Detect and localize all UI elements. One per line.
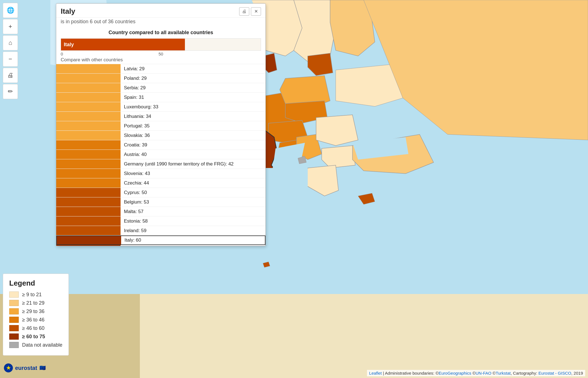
country-row[interactable]: Norway: 64 xyxy=(56,245,265,246)
country-row[interactable]: Italy: 60 xyxy=(56,235,265,245)
eurostat-star-icon: ★ xyxy=(4,363,13,372)
country-row[interactable]: Ireland: 59 xyxy=(56,226,265,235)
legend-item: Data not available xyxy=(9,342,62,348)
zoom-out-button[interactable]: − xyxy=(3,52,18,67)
country-name-label: Italy: 60 xyxy=(121,237,265,243)
edit-button[interactable]: ✏ xyxy=(3,84,18,99)
country-color-bar xyxy=(56,74,121,83)
country-color-bar xyxy=(56,226,121,235)
chart-bar-label: Italy xyxy=(64,42,74,48)
country-row[interactable]: Spain: 31 xyxy=(56,93,265,102)
print-button[interactable]: 🖨 xyxy=(3,68,18,83)
legend-item-label: ≥ 21 to 29 xyxy=(22,300,44,306)
country-color-bar xyxy=(56,121,121,130)
turkstat-link[interactable]: Turkstat xyxy=(496,371,511,375)
home-button[interactable]: ⌂ xyxy=(3,35,18,50)
country-name-label: Latvia: 29 xyxy=(121,66,265,72)
country-name-label: Austria: 40 xyxy=(121,152,265,157)
toolbar: 🌐 + ⌂ − 🖨 ✏ xyxy=(3,3,18,99)
country-row[interactable]: Malta: 57 xyxy=(56,207,265,216)
country-name-label: Cyprus: 50 xyxy=(121,190,265,195)
chart-axis-zero: 0 xyxy=(61,52,63,56)
eurogeographics-link[interactable]: EuroGeographics xyxy=(439,371,471,375)
country-color-bar xyxy=(56,64,121,73)
country-row[interactable]: Portugal: 35 xyxy=(56,121,265,131)
attribution-bar: Leaflet | Administrative boundaries: ©Eu… xyxy=(367,370,585,376)
minus-icon: − xyxy=(9,55,12,63)
country-name-label: Slovenia: 43 xyxy=(121,171,265,176)
chart-section: Country compared to all available countr… xyxy=(56,27,265,55)
legend-color-swatch xyxy=(9,317,19,323)
country-row[interactable]: Poland: 29 xyxy=(56,74,265,83)
country-color-bar xyxy=(56,207,121,216)
country-row[interactable]: Belgium: 53 xyxy=(56,197,265,207)
country-row[interactable]: Slovenia: 43 xyxy=(56,169,265,178)
eurostat-logo: ★ eurostat 🇪🇺 xyxy=(4,363,46,372)
country-row[interactable]: Czechia: 44 xyxy=(56,178,265,188)
country-color-bar xyxy=(56,140,121,150)
country-name-label: Spain: 31 xyxy=(121,95,265,100)
eu-flag-icon: 🇪🇺 xyxy=(39,365,46,371)
leaflet-link[interactable]: Leaflet xyxy=(369,371,382,375)
country-name-label: Slovakia: 36 xyxy=(121,133,265,138)
legend-title: Legend xyxy=(9,279,62,288)
country-row[interactable]: Croatia: 39 xyxy=(56,140,265,150)
country-color-bar xyxy=(56,216,121,226)
country-color-bar xyxy=(56,150,121,159)
country-row[interactable]: Serbia: 29 xyxy=(56,83,265,93)
country-color-bar xyxy=(56,178,121,188)
country-row[interactable]: Latvia: 29 xyxy=(56,64,265,74)
country-row[interactable]: Cyprus: 50 xyxy=(56,188,265,197)
popup-panel: Italy 🖨 ✕ is in position 6 out of 36 cou… xyxy=(56,3,266,246)
country-name-label: Germany (until 1990 former territory of … xyxy=(121,161,265,167)
unfao-link[interactable]: UN-FAO xyxy=(476,371,491,375)
country-row[interactable]: Estonia: 58 xyxy=(56,216,265,226)
country-color-bar xyxy=(56,93,121,102)
country-row[interactable]: Lithuania: 34 xyxy=(56,112,265,121)
country-name-label: Malta: 57 xyxy=(121,209,265,214)
home-icon: ⌂ xyxy=(8,39,12,46)
plus-icon: + xyxy=(9,23,12,30)
legend-item: ≥ 46 to 60 xyxy=(9,325,62,331)
print-icon: 🖨 xyxy=(7,72,13,79)
popup-header-buttons: 🖨 ✕ xyxy=(239,7,261,16)
country-list[interactable]: Latvia: 29Poland: 29Serbia: 29Spain: 31L… xyxy=(56,64,265,246)
legend-color-swatch xyxy=(9,342,19,348)
country-name-label: Belgium: 53 xyxy=(121,199,265,205)
country-color-bar xyxy=(56,131,121,140)
chart-bar: Italy xyxy=(61,39,185,50)
zoom-in-button[interactable]: + xyxy=(3,19,18,34)
country-row[interactable]: Luxembourg: 33 xyxy=(56,102,265,112)
chart-title: Country compared to all available countr… xyxy=(61,30,261,36)
legend-item-label: ≥ 60 to 75 xyxy=(22,334,45,340)
legend-item-label: ≥ 36 to 46 xyxy=(22,317,44,323)
country-name-label: Croatia: 39 xyxy=(121,142,265,148)
country-name-label: Serbia: 29 xyxy=(121,85,265,91)
popup-print-button[interactable]: 🖨 xyxy=(239,7,249,16)
legend-item: ≥ 36 to 46 xyxy=(9,317,62,323)
country-name-label: Poland: 29 xyxy=(121,76,265,81)
country-row[interactable]: Germany (until 1990 former territory of … xyxy=(56,159,265,169)
edit-icon: ✏ xyxy=(8,88,13,95)
legend-color-swatch xyxy=(9,308,19,314)
gisco-link[interactable]: Eurostat - GISCO xyxy=(538,371,571,375)
country-name-label: Portugal: 35 xyxy=(121,123,265,129)
country-color-bar xyxy=(56,159,121,169)
country-row[interactable]: Austria: 40 xyxy=(56,150,265,159)
chart-axis: 0 50 xyxy=(61,51,261,52)
eurostat-label: eurostat xyxy=(15,365,37,371)
globe-button[interactable]: 🌐 xyxy=(3,3,18,18)
popup-title: Italy xyxy=(61,7,75,16)
country-color-bar xyxy=(56,102,121,111)
legend-color-swatch xyxy=(9,333,19,340)
country-color-bar xyxy=(56,245,121,246)
legend-item-label: ≥ 29 to 36 xyxy=(22,309,44,314)
legend-color-swatch xyxy=(9,325,19,331)
country-row[interactable]: Slovakia: 36 xyxy=(56,131,265,140)
legend-color-swatch xyxy=(9,300,19,306)
country-name-label: Luxembourg: 33 xyxy=(121,104,265,110)
legend-item-label: ≥ 9 to 21 xyxy=(22,292,42,298)
popup-close-button[interactable]: ✕ xyxy=(251,7,261,16)
legend-item: ≥ 60 to 75 xyxy=(9,333,62,340)
country-name-label: Czechia: 44 xyxy=(121,180,265,186)
